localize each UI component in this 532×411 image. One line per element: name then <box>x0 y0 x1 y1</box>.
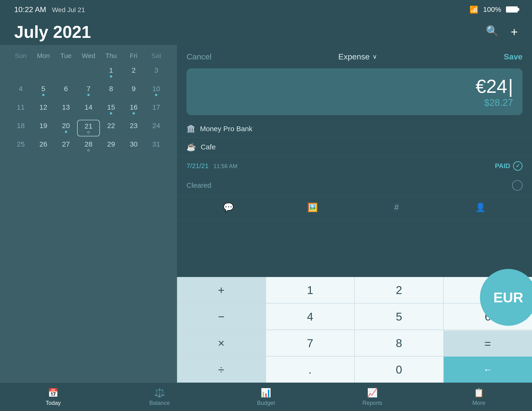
expense-type-label: Expense <box>338 52 370 61</box>
account-row[interactable]: 🏛️ Money Pro Bank <box>177 120 532 138</box>
date-status-row: 7/21/21 11:56 AM PAID ✓ <box>177 156 532 175</box>
calendar-day[interactable]: 25 <box>10 138 32 155</box>
num-7-button[interactable]: 7 <box>266 330 354 356</box>
calendar-day[interactable]: 24 <box>145 120 168 136</box>
calendar-day[interactable]: 16 <box>122 101 145 118</box>
divide-button[interactable]: ÷ <box>177 356 266 382</box>
calendar-day[interactable]: 30 <box>122 138 145 155</box>
calendar-day[interactable]: 27 <box>55 138 77 155</box>
calendar-day[interactable]: 11 <box>10 101 32 118</box>
calendar-icon: 📅 <box>48 388 58 398</box>
calendar-day[interactable]: 6 <box>55 83 77 99</box>
reports-icon: 📈 <box>367 388 378 398</box>
multiply-button[interactable]: × <box>177 330 266 356</box>
month-light: July <box>14 22 48 41</box>
calendar-container: Sun Mon Tue Wed Thu Fri Sat 123456789101… <box>0 45 177 382</box>
nav-balance[interactable]: ⚖️ Balance <box>106 388 213 406</box>
comment-icon-button[interactable]: 💬 <box>221 200 236 214</box>
account-icon: 🏛️ <box>187 124 195 133</box>
calendar-day[interactable]: 8 <box>100 83 122 99</box>
calendar-day[interactable]: 22 <box>100 120 122 136</box>
nav-more[interactable]: 📋 More <box>426 388 532 406</box>
calendar-day[interactable]: 31 <box>145 138 168 155</box>
calendar-day[interactable]: 17 <box>145 101 168 118</box>
secondary-amount: $28.27 <box>484 97 513 108</box>
numpad-grid: + 1 2 − 4 5 6 × 7 8 9 ÷ . 0 ← <box>177 277 532 382</box>
category-row[interactable]: ☕ Cafe <box>177 138 532 156</box>
calendar-day[interactable]: 28 <box>77 138 100 155</box>
plus-button[interactable]: + <box>177 277 266 303</box>
day-header-wed: Wed <box>77 52 100 60</box>
calendar-day[interactable] <box>32 64 54 81</box>
calendar-day[interactable]: 3 <box>145 64 168 81</box>
num-1-button[interactable]: 1 <box>266 277 354 303</box>
header: July 2021 🔍 + <box>0 19 532 45</box>
calendar-day[interactable]: 14 <box>77 101 100 118</box>
calendar-day[interactable] <box>10 64 32 81</box>
day-header-tue: Tue <box>55 52 77 60</box>
save-button[interactable]: Save <box>504 52 522 61</box>
backspace-button[interactable]: ← <box>444 356 532 382</box>
equals-button[interactable]: = <box>443 331 532 356</box>
expense-type-selector[interactable]: Expense ∨ <box>338 52 377 61</box>
paid-label: PAID <box>495 162 510 170</box>
modal-header: Cancel Expense ∨ Save <box>177 45 532 68</box>
calendar-day[interactable]: 13 <box>55 101 77 118</box>
calendar-day[interactable]: 26 <box>32 138 54 155</box>
category-label: Cafe <box>201 143 216 151</box>
calendar-day[interactable]: 5 <box>32 83 54 99</box>
cursor: | <box>508 76 513 97</box>
person-icon-button[interactable]: 👤 <box>474 200 488 214</box>
numpad: + 1 2 − 4 5 6 × 7 8 9 ÷ . 0 ← <box>177 277 532 382</box>
nav-reports[interactable]: 📈 Reports <box>319 388 426 406</box>
cleared-row[interactable]: Cleared <box>177 175 532 196</box>
num-5-button[interactable]: 5 <box>355 304 443 330</box>
image-icon-button[interactable]: 🖼️ <box>305 200 320 214</box>
year-bold: 2021 <box>53 22 91 41</box>
num-8-button[interactable]: 8 <box>355 330 443 356</box>
calendar-day[interactable] <box>55 64 77 81</box>
hash-icon-button[interactable]: # <box>390 200 404 214</box>
wifi-icon: 📶 <box>470 5 478 14</box>
calendar-day[interactable]: 12 <box>32 101 54 118</box>
day-header-thu: Thu <box>100 52 122 60</box>
calendar-day[interactable]: 4 <box>10 83 32 99</box>
nav-today[interactable]: 📅 Today <box>0 388 106 406</box>
calendar-day[interactable]: 20 <box>55 120 77 136</box>
nav-budget[interactable]: 📊 Budget <box>213 388 319 406</box>
calendar-day[interactable] <box>77 64 100 81</box>
calendar-day[interactable]: 21 <box>77 120 100 136</box>
calendar-day[interactable]: 15 <box>100 101 122 118</box>
calendar-day[interactable]: 9 <box>122 83 145 99</box>
search-icon[interactable]: 🔍 <box>486 25 499 39</box>
nav-more-label: More <box>472 400 485 406</box>
balance-icon: ⚖️ <box>154 388 165 398</box>
add-icon[interactable]: + <box>511 25 518 39</box>
num-4-button[interactable]: 4 <box>266 304 354 330</box>
budget-icon: 📊 <box>261 388 271 398</box>
calendar-day[interactable]: 1 <box>100 64 122 81</box>
num-0-button[interactable]: 0 <box>355 356 443 382</box>
more-icon: 📋 <box>474 388 484 398</box>
decimal-button[interactable]: . <box>266 356 354 382</box>
calendar-day[interactable]: 10 <box>145 83 168 99</box>
calendar-grid: 1234567891011121314151617181920212223242… <box>10 64 168 155</box>
bottom-nav: 📅 Today ⚖️ Balance 📊 Budget 📈 Reports 📋 … <box>0 382 532 411</box>
minus-button[interactable]: − <box>177 304 266 330</box>
transaction-date: 7/21/21 <box>187 162 209 170</box>
header-actions: 🔍 + <box>486 25 518 39</box>
cleared-toggle[interactable] <box>512 180 522 191</box>
calendar-day[interactable]: 18 <box>10 120 32 136</box>
calendar-day[interactable]: 23 <box>122 120 145 136</box>
calendar-day[interactable]: 7 <box>77 83 100 99</box>
calendar-day[interactable]: 19 <box>32 120 54 136</box>
nav-today-label: Today <box>46 400 61 406</box>
amount-display: €24 | $28.27 <box>187 68 522 115</box>
num-2-button[interactable]: 2 <box>355 277 443 303</box>
status-date: Wed Jul 21 <box>52 6 85 13</box>
status-left: 10:22 AM Wed Jul 21 <box>14 5 85 14</box>
calendar-day[interactable]: 29 <box>100 138 122 155</box>
calendar-day[interactable]: 2 <box>122 64 145 81</box>
paid-badge[interactable]: PAID ✓ <box>495 161 522 171</box>
cancel-button[interactable]: Cancel <box>187 52 212 61</box>
